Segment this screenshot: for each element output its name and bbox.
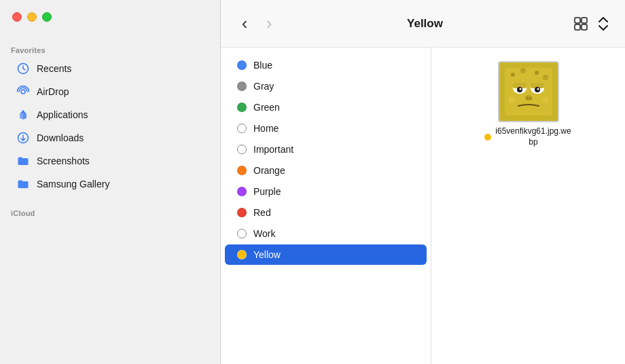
svg-point-12 bbox=[535, 71, 539, 75]
forward-button[interactable]: › bbox=[259, 14, 279, 34]
tag-label-work: Work bbox=[253, 228, 275, 239]
tag-item-important[interactable]: Important bbox=[225, 139, 427, 160]
tag-dot-purple bbox=[237, 187, 247, 196]
recents-icon bbox=[16, 62, 30, 75]
sidebar: Favorites Recents AirDrop bbox=[0, 0, 221, 364]
svg-point-1 bbox=[21, 90, 25, 94]
sidebar-item-downloads[interactable]: Downloads bbox=[5, 127, 215, 149]
downloads-icon bbox=[16, 131, 30, 145]
tag-item-work[interactable]: Work bbox=[225, 223, 427, 244]
fullscreen-button[interactable] bbox=[42, 12, 52, 22]
toolbar: ‹ › Yellow bbox=[221, 0, 625, 48]
sidebar-item-applications-label: Applications bbox=[37, 109, 88, 120]
view-grid-button[interactable] bbox=[571, 14, 591, 34]
tag-dot-orange bbox=[237, 166, 247, 175]
tag-label-home: Home bbox=[253, 123, 279, 134]
samsung-gallery-folder-icon bbox=[16, 177, 30, 191]
svg-point-13 bbox=[543, 75, 548, 80]
nav-buttons: ‹ › bbox=[234, 14, 279, 34]
content-area: BlueGrayGreenHomeImportantOrangePurpleRe… bbox=[221, 48, 625, 364]
file-thumbnail bbox=[498, 61, 559, 122]
tag-dot-work bbox=[237, 229, 247, 238]
tag-dot-home bbox=[237, 124, 247, 133]
tag-item-green[interactable]: Green bbox=[225, 97, 427, 117]
tag-label-blue: Blue bbox=[253, 60, 272, 71]
sidebar-item-samsung-gallery-label: Samsung Gallery bbox=[37, 179, 109, 189]
tag-item-home[interactable]: Home bbox=[225, 118, 427, 139]
toolbar-title: Yellow bbox=[286, 17, 564, 31]
file-area: i65venfikvg61.jpg.webp bbox=[431, 48, 625, 364]
tag-label-green: Green bbox=[253, 102, 280, 113]
tag-label-gray: Gray bbox=[253, 81, 274, 92]
toolbar-right bbox=[571, 14, 611, 34]
sort-order-button[interactable] bbox=[595, 14, 611, 33]
tag-item-red[interactable]: Red bbox=[225, 202, 427, 223]
tag-dot-blue bbox=[237, 60, 247, 70]
sidebar-item-samsung-gallery[interactable]: Samsung Gallery bbox=[5, 173, 215, 195]
svg-rect-7 bbox=[582, 24, 587, 30]
svg-point-23 bbox=[526, 97, 529, 100]
icloud-section-label: iCloud bbox=[0, 204, 220, 220]
svg-point-26 bbox=[542, 96, 549, 103]
tag-label-purple: Purple bbox=[253, 186, 281, 197]
svg-rect-6 bbox=[575, 24, 580, 30]
sidebar-item-screenshots[interactable]: Screenshots bbox=[5, 150, 215, 172]
tag-label-orange: Orange bbox=[253, 165, 285, 176]
tag-label-important: Important bbox=[253, 144, 293, 155]
tag-item-purple[interactable]: Purple bbox=[225, 181, 427, 202]
tag-dot-important bbox=[237, 145, 247, 154]
airdrop-icon bbox=[16, 85, 30, 98]
back-button[interactable]: ‹ bbox=[234, 14, 255, 34]
tag-dot-green bbox=[237, 103, 247, 112]
tag-label-yellow: Yellow bbox=[253, 249, 281, 260]
applications-icon bbox=[16, 108, 30, 122]
file-item[interactable]: i65venfikvg61.jpg.webp bbox=[484, 61, 573, 147]
tag-item-gray[interactable]: Gray bbox=[225, 76, 427, 96]
svg-point-11 bbox=[520, 68, 526, 73]
tag-list: BlueGrayGreenHomeImportantOrangePurpleRe… bbox=[221, 48, 431, 364]
svg-rect-5 bbox=[582, 18, 587, 23]
svg-point-24 bbox=[529, 97, 532, 100]
tag-dot-red bbox=[237, 208, 247, 217]
sidebar-item-screenshots-label: Screenshots bbox=[37, 156, 90, 166]
tag-dot-gray bbox=[237, 81, 247, 91]
file-tag-dot bbox=[484, 134, 491, 141]
screenshots-folder-icon bbox=[16, 154, 30, 168]
tag-dot-yellow bbox=[237, 250, 247, 259]
sidebar-item-downloads-label: Downloads bbox=[37, 132, 84, 143]
minimize-button[interactable] bbox=[27, 12, 37, 22]
close-button[interactable] bbox=[12, 12, 22, 22]
favorites-section-label: Favorites bbox=[0, 41, 220, 57]
sidebar-item-airdrop-label: AirDrop bbox=[37, 86, 69, 97]
svg-point-21 bbox=[537, 88, 539, 90]
file-name-row: i65venfikvg61.jpg.webp bbox=[484, 126, 573, 147]
sidebar-item-applications[interactable]: Applications bbox=[5, 104, 215, 126]
file-name: i65venfikvg61.jpg.webp bbox=[495, 126, 573, 147]
svg-point-10 bbox=[511, 73, 515, 77]
sidebar-item-airdrop[interactable]: AirDrop bbox=[5, 81, 215, 103]
tag-label-red: Red bbox=[253, 207, 271, 218]
svg-point-25 bbox=[508, 96, 515, 103]
tag-item-orange[interactable]: Orange bbox=[225, 160, 427, 181]
svg-rect-4 bbox=[575, 18, 580, 23]
tag-item-yellow[interactable]: Yellow bbox=[225, 244, 427, 265]
svg-point-20 bbox=[519, 88, 521, 90]
sidebar-item-recents[interactable]: Recents bbox=[5, 58, 215, 79]
sidebar-item-recents-label: Recents bbox=[37, 63, 71, 74]
tag-item-blue[interactable]: Blue bbox=[225, 55, 427, 75]
main-panel: ‹ › Yellow BlueGrayGr bbox=[221, 0, 625, 364]
